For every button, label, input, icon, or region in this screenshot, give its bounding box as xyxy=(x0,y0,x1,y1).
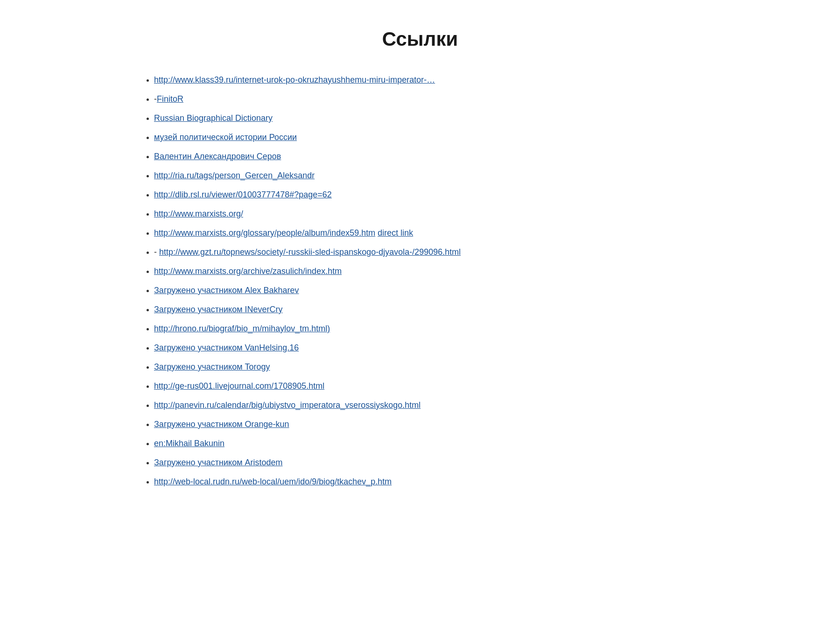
list-item: Загружено участником Orange-kun xyxy=(154,418,709,431)
link-6[interactable]: http://ria.ru/tags/person_Gercen_Aleksan… xyxy=(154,171,315,180)
link-19[interactable]: Загружено участником Orange-kun xyxy=(154,420,289,429)
link-11[interactable]: http://www.marxists.org/archive/zasulich… xyxy=(154,266,342,276)
link-13[interactable]: Загружено участником INeverCry xyxy=(154,305,283,314)
list-item: http://www.klass39.ru/internet-urok-po-o… xyxy=(154,74,709,86)
link-10[interactable]: http://www.gzt.ru/topnews/society/-russk… xyxy=(159,247,461,257)
page-container: Ссылки http://www.klass39.ru/internet-ur… xyxy=(93,0,747,523)
list-item: http://web-local.rudn.ru/web-local/uem/i… xyxy=(154,476,709,488)
link-5[interactable]: Валентин Александрович Серов xyxy=(154,152,281,161)
link-1[interactable]: http://www.klass39.ru/internet-urok-po-o… xyxy=(154,75,435,84)
list-item: http://ge-rus001.livejournal.com/1708905… xyxy=(154,380,709,392)
link-22[interactable]: http://web-local.rudn.ru/web-local/uem/i… xyxy=(154,477,392,486)
page-title: Ссылки xyxy=(131,28,709,50)
link-2[interactable]: FinitoR xyxy=(157,94,183,104)
list-item: http://ria.ru/tags/person_Gercen_Aleksan… xyxy=(154,169,709,182)
link-17[interactable]: http://ge-rus001.livejournal.com/1708905… xyxy=(154,381,324,391)
list-item: Загружено участником VanHelsing.16 xyxy=(154,342,709,354)
list-item: en:Mikhail Bakunin xyxy=(154,437,709,450)
link-14[interactable]: http://hrono.ru/biograf/bio_m/mihaylov_t… xyxy=(154,324,330,333)
list-item: - http://www.gzt.ru/topnews/society/-rus… xyxy=(154,246,709,259)
link-prefix: - xyxy=(154,247,159,257)
list-item: -FinitoR xyxy=(154,93,709,105)
list-item: http://www.marxists.org/archive/zasulich… xyxy=(154,265,709,278)
list-item: http://www.marxists.org/glossary/people/… xyxy=(154,227,709,239)
link-4[interactable]: музей политической истории России xyxy=(154,133,297,142)
list-item: http://www.marxists.org/ xyxy=(154,208,709,220)
list-item: музей политической истории России xyxy=(154,131,709,144)
list-item: Russian Biographical Dictionary xyxy=(154,112,709,125)
link-18[interactable]: http://panevin.ru/calendar/big/ubiystvo_… xyxy=(154,400,420,410)
link-8[interactable]: http://www.marxists.org/ xyxy=(154,209,243,218)
link-12[interactable]: Загружено участником Alex Bakharev xyxy=(154,286,299,295)
list-item: Загружено участником Alex Bakharev xyxy=(154,284,709,297)
link-21[interactable]: Загружено участником Aristodem xyxy=(154,458,283,467)
links-list: http://www.klass39.ru/internet-urok-po-o… xyxy=(131,74,709,488)
link-15[interactable]: Загружено участником VanHelsing.16 xyxy=(154,343,299,352)
link-9-extra[interactable]: direct link xyxy=(378,228,413,238)
link-9[interactable]: http://www.marxists.org/glossary/people/… xyxy=(154,228,375,238)
list-item: http://panevin.ru/calendar/big/ubiystvo_… xyxy=(154,399,709,412)
link-7[interactable]: http://dlib.rsl.ru/viewer/01003777478#?p… xyxy=(154,190,332,199)
link-16[interactable]: Загружено участником Torogy xyxy=(154,362,270,371)
list-item: Загружено участником Aristodem xyxy=(154,456,709,469)
list-item: Валентин Александрович Серов xyxy=(154,150,709,163)
list-item: http://hrono.ru/biograf/bio_m/mihaylov_t… xyxy=(154,322,709,335)
list-item: Загружено участником Torogy xyxy=(154,361,709,373)
link-20[interactable]: en:Mikhail Bakunin xyxy=(154,439,224,448)
list-item: Загружено участником INeverCry xyxy=(154,303,709,316)
list-item: http://dlib.rsl.ru/viewer/01003777478#?p… xyxy=(154,189,709,201)
link-3[interactable]: Russian Biographical Dictionary xyxy=(154,113,273,123)
